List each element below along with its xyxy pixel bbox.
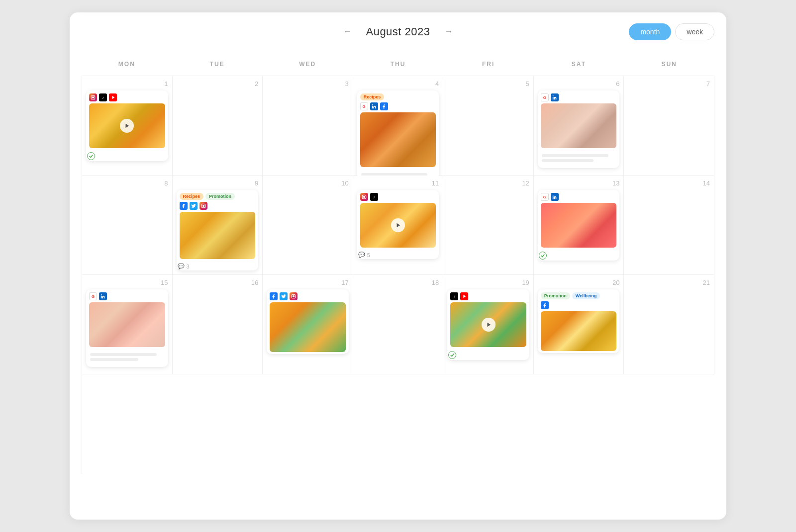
- google-icon: G: [360, 102, 368, 110]
- cell-date-3: 3: [267, 80, 349, 88]
- svg-marker-4: [126, 124, 129, 128]
- social-icons-15: G: [89, 292, 165, 300]
- post-card-19[interactable]: ♪: [447, 289, 529, 360]
- google-icon-13: G: [541, 193, 549, 201]
- linkedin-icon-15: [99, 292, 107, 300]
- cell-date-21: 21: [628, 279, 710, 286]
- next-month-button[interactable]: →: [440, 24, 457, 39]
- tag-badges-9: Recipes Promotion: [180, 193, 256, 200]
- calendar-cell-6[interactable]: 6 G: [534, 76, 624, 176]
- cell-date-5: 5: [447, 80, 529, 88]
- social-icons-19: ♪: [450, 292, 526, 300]
- tag-promotion-9: Promotion: [205, 193, 235, 200]
- calendar-cell-4[interactable]: 4 Recipes G: [353, 76, 444, 176]
- linkedin-icon-13: [551, 193, 559, 201]
- cell-date-18: 18: [357, 279, 439, 286]
- calendar-header: ← August 2023 → month week: [82, 24, 714, 39]
- tag-badges-20: Promotion Wellbeing: [541, 292, 617, 299]
- post-card-15[interactable]: G: [86, 289, 168, 367]
- post-image-6: [541, 103, 617, 148]
- google-icon-6: G: [541, 93, 549, 101]
- svg-rect-10: [204, 205, 205, 205]
- day-header-mon: MON: [82, 57, 172, 74]
- tag-promotion-20: Promotion: [541, 292, 570, 299]
- post-card-4[interactable]: Recipes G: [357, 90, 439, 187]
- post-image-4: [360, 112, 436, 167]
- calendar-cell-21: 21: [624, 275, 714, 374]
- social-icons-6: G: [541, 93, 617, 101]
- social-icons-9: [180, 202, 256, 210]
- svg-point-6: [372, 104, 373, 105]
- post-footer-19: [447, 349, 529, 360]
- svg-rect-1: [94, 96, 95, 97]
- calendar-cell-9[interactable]: 9 Recipes Promotion 💬 3: [173, 176, 263, 275]
- social-icons-17: [270, 292, 346, 300]
- calendar-cell-1[interactable]: 1 ♪: [82, 76, 173, 176]
- post-card-9[interactable]: Recipes Promotion 💬 3: [177, 190, 259, 270]
- social-icons-1: ♪: [89, 93, 165, 101]
- linkedin-icon-6: [551, 93, 559, 101]
- play-button-11[interactable]: [391, 218, 405, 232]
- svg-rect-21: [295, 295, 295, 296]
- post-card-1[interactable]: ♪: [86, 90, 168, 161]
- social-icons-20: [541, 301, 617, 309]
- cell-date-10: 10: [267, 179, 349, 187]
- comment-count-11: 5: [367, 252, 370, 258]
- svg-rect-5: [372, 106, 373, 108]
- post-card-13[interactable]: G: [538, 190, 620, 261]
- cell-date-14: 14: [628, 179, 710, 187]
- post-image-19: [450, 302, 526, 347]
- post-footer-9: 💬 3: [177, 261, 259, 270]
- view-toggle: month week: [629, 23, 714, 40]
- svg-point-0: [92, 96, 94, 98]
- cell-date-11: 11: [357, 179, 439, 187]
- day-headers: MON TUE WED THU FRI SAT SUN: [82, 57, 714, 74]
- day-header-sat: SAT: [534, 57, 624, 74]
- svg-marker-23: [464, 295, 466, 298]
- social-icons-11: ♪: [360, 193, 436, 201]
- cell-date-7: 7: [628, 80, 710, 88]
- calendar-cell-12: 12: [443, 176, 534, 275]
- facebook-icon-20: [541, 301, 549, 309]
- cell-date-2: 2: [177, 80, 259, 88]
- month-view-button[interactable]: month: [629, 23, 671, 40]
- svg-marker-15: [397, 223, 400, 227]
- facebook-icon-17: [270, 292, 278, 300]
- day-header-fri: FRI: [443, 57, 534, 74]
- calendar-grid: 1 ♪: [82, 76, 714, 474]
- calendar-cell-5: 5: [443, 76, 534, 176]
- post-card-11[interactable]: ♪ 💬 5: [357, 190, 439, 259]
- calendar-cell-19[interactable]: 19 ♪: [443, 275, 534, 374]
- youtube-icon-19: [460, 292, 468, 300]
- cell-date-16: 16: [177, 279, 259, 286]
- day-header-sun: SUN: [624, 57, 714, 74]
- check-icon-1: [87, 152, 95, 160]
- day-header-tue: TUE: [172, 57, 263, 74]
- prev-month-button[interactable]: ←: [339, 24, 356, 39]
- post-image-1: [89, 103, 165, 148]
- instagram-icon-17: [290, 292, 298, 300]
- post-card-17[interactable]: [267, 289, 349, 354]
- month-title: August 2023: [366, 25, 430, 38]
- svg-point-12: [363, 196, 365, 198]
- week-view-button[interactable]: week: [675, 23, 714, 40]
- check-icon-19: [448, 351, 456, 359]
- cell-date-15: 15: [86, 279, 168, 286]
- tiktok-icon-19: ♪: [450, 292, 458, 300]
- calendar-cell-13[interactable]: 13 G: [534, 176, 624, 275]
- cell-date-20: 20: [538, 279, 620, 286]
- play-button-1[interactable]: [120, 119, 134, 133]
- post-image-11: [360, 203, 436, 248]
- calendar-cell-20[interactable]: 20 Promotion Wellbeing: [534, 275, 624, 374]
- calendar-cell-11[interactable]: 11 ♪ 💬 5: [353, 176, 444, 275]
- day-header-thu: THU: [353, 57, 443, 74]
- post-card-6[interactable]: G: [538, 90, 620, 168]
- post-image-9: [180, 212, 256, 259]
- post-image-15: [89, 302, 165, 347]
- svg-point-19: [101, 294, 102, 295]
- play-button-19[interactable]: [482, 318, 496, 332]
- calendar-cell-15[interactable]: 15 G: [82, 275, 173, 374]
- post-card-20[interactable]: Promotion Wellbeing: [538, 289, 620, 353]
- calendar-cell-8: 8: [82, 176, 173, 275]
- calendar-cell-17[interactable]: 17: [263, 275, 353, 374]
